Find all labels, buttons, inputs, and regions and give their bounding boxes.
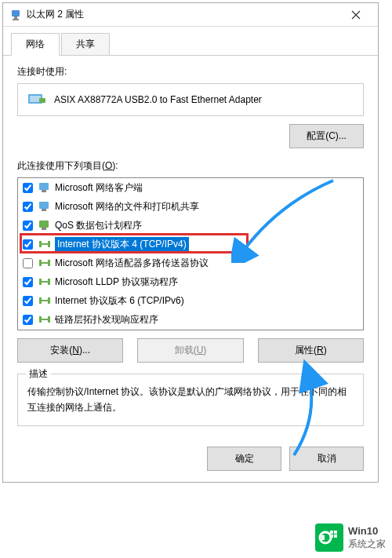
- adapter-name: ASIX AX88772A USB2.0 to Fast Ethernet Ad…: [54, 94, 262, 105]
- svg-rect-32: [321, 535, 325, 540]
- item-checkbox[interactable]: [23, 258, 33, 268]
- tabs: 网络 共享: [3, 27, 378, 56]
- svg-rect-9: [42, 209, 46, 211]
- svg-rect-29: [334, 531, 337, 534]
- svg-rect-28: [330, 531, 333, 534]
- svg-rect-20: [48, 279, 50, 285]
- svg-rect-19: [39, 279, 42, 285]
- svg-rect-7: [42, 190, 46, 192]
- svg-rect-14: [48, 241, 50, 247]
- svg-rect-10: [39, 221, 49, 228]
- item-label: Internet 协议版本 6 (TCP/IPv6): [55, 294, 184, 308]
- watermark-logo-icon: [315, 523, 343, 552]
- svg-rect-31: [334, 534, 337, 538]
- configure-button[interactable]: 配置(C)...: [289, 124, 364, 148]
- svg-rect-11: [42, 228, 46, 230]
- svg-rect-16: [39, 260, 42, 266]
- list-item[interactable]: Microsoft 网络适配器多路传送器协议: [18, 253, 363, 272]
- uses-following-label: 此连接使用下列项目(O):: [17, 159, 364, 173]
- description-text: 传输控制协议/Internet 协议。该协议是默认的广域网络协议，用于在不同的相…: [27, 384, 354, 416]
- connect-using-label: 连接时使用:: [17, 65, 364, 78]
- protocol-icon: [38, 313, 52, 326]
- svg-rect-22: [39, 297, 42, 304]
- protocol-icon: [38, 257, 52, 269]
- content-area: 连接时使用: ASIX AX88772A USB2.0 to Fast Ethe…: [3, 56, 378, 436]
- properties-dialog: 以太网 2 属性 网络 共享 连接时使用: ASIX AX88772A USB2…: [2, 2, 379, 483]
- item-checkbox[interactable]: [23, 183, 33, 193]
- dialog-footer: 确定 取消: [3, 436, 378, 482]
- service-icon: [38, 219, 52, 232]
- ethernet-icon: [9, 9, 22, 21]
- client-icon: [38, 181, 52, 194]
- description-legend: 描述: [26, 367, 51, 381]
- svg-rect-4: [30, 96, 41, 102]
- watermark: Win10 系统之家: [315, 523, 386, 552]
- list-item[interactable]: 链路层拓扑发现响应程序: [18, 310, 363, 329]
- close-button[interactable]: [340, 4, 372, 26]
- service-icon: [38, 200, 52, 213]
- item-checkbox[interactable]: [23, 296, 33, 306]
- svg-rect-17: [48, 260, 50, 266]
- list-item[interactable]: Internet 协议版本 6 (TCP/IPv6): [18, 291, 363, 310]
- item-label: Internet 协议版本 4 (TCP/IPv4): [55, 237, 189, 252]
- list-item[interactable]: QoS 数据包计划程序: [18, 216, 363, 235]
- item-label: Microsoft LLDP 协议驱动程序: [55, 275, 178, 289]
- item-label: Microsoft 网络适配器多路传送器协议: [55, 257, 209, 270]
- item-checkbox[interactable]: [23, 239, 33, 250]
- install-button[interactable]: 安装(N)...: [17, 338, 123, 363]
- protocol-icon: [38, 294, 52, 307]
- svg-rect-25: [39, 316, 42, 323]
- svg-rect-23: [48, 297, 50, 304]
- item-checkbox[interactable]: [23, 315, 33, 325]
- svg-rect-30: [330, 534, 333, 538]
- svg-rect-2: [13, 19, 19, 20]
- item-checkbox[interactable]: [23, 277, 33, 287]
- item-label: Microsoft 网络客户端: [55, 181, 143, 195]
- svg-rect-5: [39, 98, 45, 103]
- tab-network[interactable]: 网络: [11, 33, 60, 56]
- network-adapter-icon: [27, 92, 46, 108]
- list-item[interactable]: Microsoft 网络的文件和打印机共享: [18, 197, 363, 216]
- svg-rect-0: [12, 10, 20, 16]
- list-item[interactable]: Microsoft 网络客户端: [18, 178, 363, 197]
- list-item[interactable]: Microsoft LLDP 协议驱动程序: [18, 272, 363, 291]
- titlebar-title: 以太网 2 属性: [27, 8, 340, 21]
- svg-rect-1: [14, 16, 17, 19]
- svg-rect-6: [39, 183, 49, 190]
- item-checkbox[interactable]: [23, 221, 33, 231]
- cancel-button[interactable]: 取消: [289, 447, 364, 471]
- item-label: QoS 数据包计划程序: [55, 219, 142, 232]
- adapter-display: ASIX AX88772A USB2.0 to Fast Ethernet Ad…: [17, 83, 364, 116]
- ok-button[interactable]: 确定: [207, 447, 281, 471]
- uninstall-button: 卸载(U): [137, 338, 243, 363]
- description-group: 描述 传输控制协议/Internet 协议。该协议是默认的广域网络协议，用于在不…: [17, 374, 364, 426]
- list-item-selected[interactable]: Internet 协议版本 4 (TCP/IPv4): [18, 235, 363, 253]
- item-label: Microsoft 网络的文件和打印机共享: [55, 200, 199, 213]
- item-label: 链路层拓扑发现响应程序: [55, 313, 158, 326]
- watermark-text: Win10 系统之家: [348, 525, 386, 550]
- svg-rect-8: [39, 202, 49, 209]
- titlebar: 以太网 2 属性: [3, 3, 378, 27]
- svg-rect-13: [39, 241, 42, 247]
- protocol-icon: [38, 238, 52, 250]
- item-checkbox[interactable]: [23, 202, 33, 212]
- protocol-icon: [38, 275, 52, 288]
- components-listbox[interactable]: Microsoft 网络客户端 Microsoft 网络的文件和打印机共享 Qo…: [17, 177, 364, 330]
- properties-button[interactable]: 属性(R): [258, 338, 364, 363]
- tab-sharing[interactable]: 共享: [61, 33, 110, 55]
- svg-rect-26: [48, 316, 50, 323]
